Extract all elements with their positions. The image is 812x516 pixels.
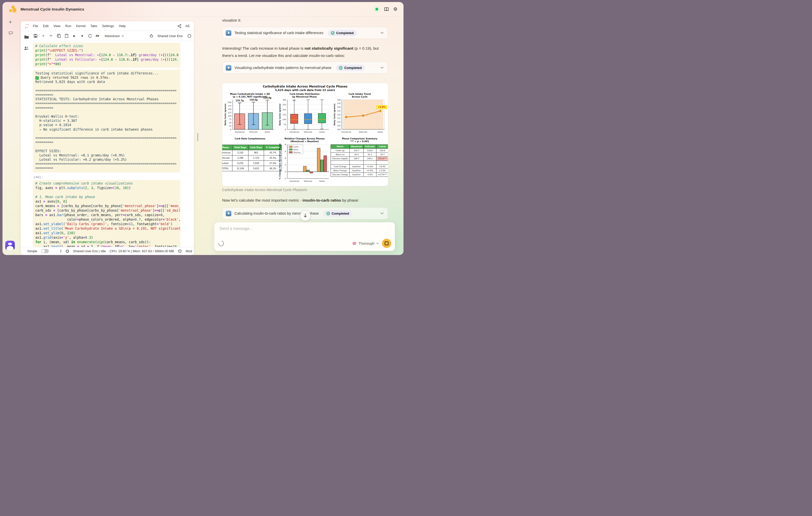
user-avatar[interactable] [5,241,15,250]
debug-icon[interactable] [149,34,153,38]
folder-icon[interactable] [24,35,29,39]
subplot-2: Carb Intake Distributionby Menstrual Pha… [278,93,331,135]
message-composer[interactable]: Send a message... Thorough [214,222,395,251]
svg-text:124.8g: 124.8g [263,97,271,99]
task-card-1[interactable]: Testing statistical significance of carb… [222,27,388,39]
svg-text:follicular: follicular [304,131,312,133]
svg-text:% Change from Menstrual Phase: % Change from Menstrual Phase [279,143,281,179]
code-cell-1[interactable]: # Calculate effect sizesprint("\nEFFECT … [33,43,180,68]
chevron-down-icon[interactable] [380,32,384,34]
check-circle-icon [331,31,335,35]
panel-scrollbar[interactable] [197,133,198,141]
svg-text:115: 115 [337,117,341,119]
svg-text:follicular: follicular [249,131,258,133]
svg-text:Carbs: Carbs [293,146,298,148]
chevron-down-icon[interactable] [380,67,384,69]
task-card-2[interactable]: Visualizing carbohydrate intake patterns… [222,62,388,74]
execution-count: [40]: [33,175,194,179]
task-label: Testing statistical significance of carb… [234,31,323,35]
svg-text:+6.9%: +6.9% [378,106,385,108]
restart-kernel-icon[interactable] [88,34,92,38]
cell-type-dropdown[interactable]: Markdown [105,34,124,38]
share-icon[interactable] [178,24,181,28]
add-cell-icon[interactable]: + [41,34,46,38]
paste-icon[interactable] [64,34,69,38]
chat-bubble-icon[interactable] [8,31,13,35]
app-window: Menstrual Cycle Insulin Dynamics ⚙ + [2,2,404,255]
svg-text:menstrual: menstrual [341,131,351,133]
svg-text:140: 140 [337,99,341,101]
status-badge: Completed [328,30,357,36]
run-cell-icon[interactable]: ▶ [72,34,77,38]
gear-icon[interactable]: ⚙ [393,7,398,11]
check-circle-icon [326,212,330,215]
check-circle-icon [339,66,343,70]
svg-text:135: 135 [337,102,341,105]
notebook-content[interactable]: # Calculate effect sizesprint("\nEFFECT … [32,41,194,247]
svg-text:100: 100 [283,118,286,120]
menu-tabs[interactable]: Tabs [90,24,97,28]
env-label[interactable]: Shared User Env [157,34,182,38]
menu-edit[interactable]: Edit [43,24,49,28]
chart-figure: Carbohydrate Intake Across Menstrual Cyc… [222,83,388,186]
svg-text:0: 0 [285,128,286,131]
svg-text:120: 120 [337,114,341,116]
svg-text:8: 8 [285,143,286,146]
svg-text:118.6g: 118.6g [250,99,258,101]
jupyter-logo-icon [25,24,29,29]
task-label: Visualizing carbohydrate intake patterns… [234,66,331,70]
cell-output: Testing statistical significance of carb… [33,70,180,172]
run-all-icon[interactable] [95,34,100,38]
svg-text:105: 105 [337,125,341,127]
svg-text:150: 150 [283,114,286,116]
history-icon[interactable] [178,249,182,253]
menu-view[interactable]: View [53,24,60,28]
top-bar: Menstrual Cycle Insulin Dynamics ⚙ [2,2,404,17]
svg-text:50: 50 [229,121,231,124]
svg-text:luteal: luteal [319,131,325,133]
stop-generation-button[interactable] [382,239,391,248]
svg-text:Daily Carbs (grams): Daily Carbs (grams) [224,104,226,125]
scroll-to-bottom-button[interactable] [300,210,311,221]
svg-text:110: 110 [337,121,341,123]
svg-text:Daily Carbs (grams): Daily Carbs (grams) [334,104,336,125]
svg-text:luteal: luteal [264,131,270,133]
menu-file[interactable]: File [33,24,38,28]
new-chat-icon[interactable]: + [9,19,12,25]
cut-cell-icon[interactable]: ✂ [49,34,53,38]
svg-text:Glucose: Glucose [293,151,300,154]
attachment-spinner-icon[interactable] [218,240,225,247]
kernel-status-icon[interactable] [187,34,191,38]
svg-text:50: 50 [284,124,286,126]
message-input[interactable]: Send a message... [220,226,253,231]
menu-run[interactable]: Run [65,24,71,28]
code-cell-2[interactable]: # Create comprehensive carb intake visua… [33,180,180,247]
save-icon[interactable] [33,34,38,38]
notebook-menubar: File Edit View Run Kernel Tabs Settings … [21,21,194,31]
svg-text:100: 100 [337,128,341,131]
play-icon [226,211,231,216]
stop-kernel-icon[interactable]: ■ [80,34,84,38]
simple-toggle[interactable] [41,249,49,253]
users-icon[interactable] [24,46,29,50]
svg-text:luteal: luteal [319,180,325,182]
menu-kernel[interactable]: Kernel [76,24,86,28]
chevron-down-icon[interactable] [380,212,384,214]
arrow-down-icon [303,214,307,218]
book-icon[interactable] [384,7,389,11]
copy-icon[interactable] [57,34,61,38]
svg-text:175: 175 [228,105,232,107]
figure-caption: Carbohydrate Intake Across Menstrual Cyc… [222,188,307,192]
env-status: Shared User Env | Idle [73,249,106,253]
subplot-1: Mean Carbohydrate Intake ± SD(p = 0.191,… [224,93,276,135]
brain-icon [352,241,357,245]
collab-badge[interactable]: AE [185,24,190,28]
chevron-down-icon [376,242,379,244]
svg-text:130: 130 [337,106,341,108]
menu-help[interactable]: Help [119,24,125,28]
simple-label: Simple [27,249,37,253]
menu-settings[interactable]: Settings [102,24,114,28]
mode-selector[interactable]: Thorough [352,241,379,245]
app-logo-icon [9,5,17,14]
subplot-6: Phase Comparison Summary*** = p < 0.001M… [333,137,386,185]
